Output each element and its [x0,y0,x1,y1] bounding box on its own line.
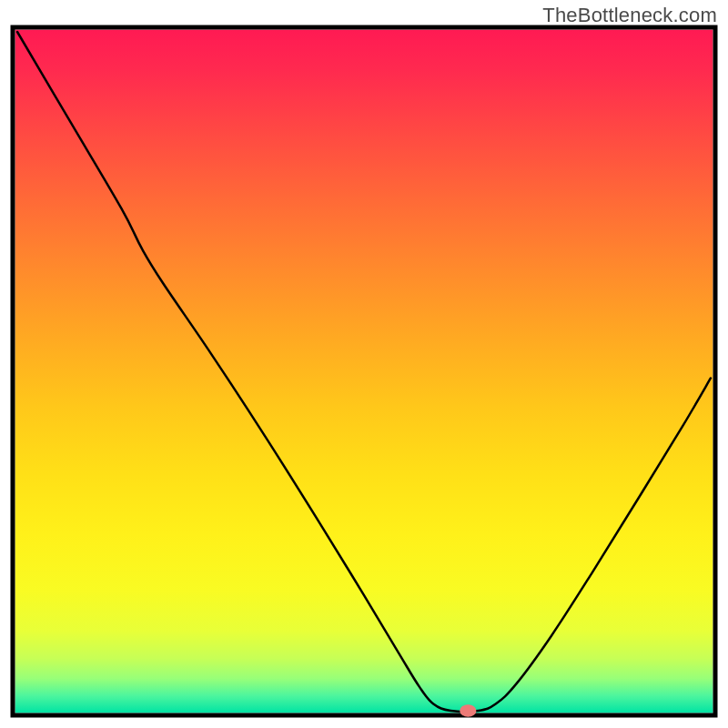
chart-container: TheBottleneck.com [0,0,728,728]
bottleneck-chart [0,0,728,728]
plot-background [15,30,713,713]
marker-selected-point [460,704,476,716]
watermark-text: TheBottleneck.com [542,4,717,27]
